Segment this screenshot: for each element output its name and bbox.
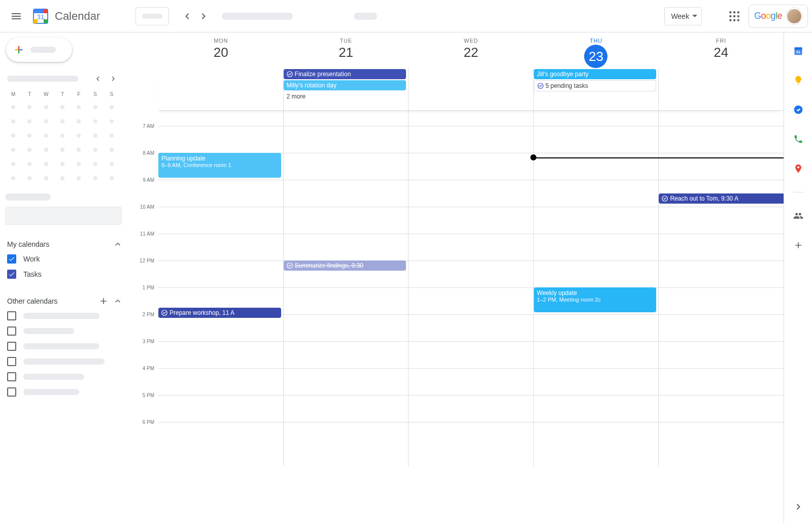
mini-calendar-day[interactable]: [54, 144, 71, 156]
mini-calendar-day[interactable]: [5, 172, 21, 184]
rail-contacts-button[interactable]: [788, 129, 808, 149]
allday-event[interactable]: Jill's goodbye party: [534, 69, 657, 79]
day-column[interactable]: Summarize findings, 9:30: [283, 111, 409, 466]
day-column[interactable]: Reach out to Tom, 9:30 A: [658, 111, 784, 466]
mini-calendar-day[interactable]: [87, 115, 103, 127]
next-month-button[interactable]: [109, 74, 118, 83]
day-column[interactable]: Weekly update1–2 PM, Meeting room 2c: [533, 111, 659, 466]
app-logo[interactable]: 31 Calendar: [30, 6, 100, 26]
main-menu-button[interactable]: [4, 4, 28, 28]
mini-calendar-day[interactable]: [71, 129, 87, 142]
mini-calendar-day[interactable]: [71, 101, 87, 113]
allday-cell[interactable]: Jill's goodbye party5 pending tasks: [533, 68, 659, 110]
mini-calendar-day[interactable]: [104, 115, 120, 127]
rail-tasks-button[interactable]: [788, 100, 808, 120]
prev-week-button[interactable]: [179, 8, 195, 24]
mini-calendar-day[interactable]: [21, 172, 38, 184]
allday-event[interactable]: Milly's rotation day: [284, 80, 407, 90]
mini-calendar-day[interactable]: [38, 101, 54, 113]
mini-calendar-day[interactable]: [87, 172, 103, 184]
allday-cell[interactable]: [158, 68, 283, 110]
event-planning-update[interactable]: Planning update8–9 AM, Conference room 1: [158, 153, 281, 178]
mini-calendar-day[interactable]: [21, 158, 38, 170]
mini-calendar-day[interactable]: [54, 101, 71, 113]
mini-calendar-day[interactable]: [54, 115, 71, 127]
mini-calendar-day[interactable]: [87, 101, 103, 113]
day-number[interactable]: 20: [158, 45, 283, 60]
day-number[interactable]: 21: [283, 45, 408, 60]
allday-event[interactable]: Finalize presentation: [284, 69, 407, 79]
rail-people-button[interactable]: [788, 206, 808, 226]
other-calendars-toggle[interactable]: Other calendars: [5, 294, 130, 308]
add-calendar-button[interactable]: [98, 296, 109, 306]
today-button[interactable]: [136, 7, 169, 25]
calendar-item[interactable]: [5, 369, 130, 384]
checkbox-work[interactable]: [7, 254, 16, 264]
more-events-button[interactable]: 2 more: [284, 91, 407, 102]
mini-calendar-day[interactable]: [5, 101, 21, 113]
mini-calendar-day[interactable]: [38, 129, 54, 142]
day-column-header[interactable]: TUE21: [283, 32, 408, 68]
mini-calendar-day[interactable]: [87, 158, 103, 170]
next-week-button[interactable]: [195, 8, 212, 24]
mini-calendar-day[interactable]: [5, 129, 21, 142]
mini-calendar-day[interactable]: [21, 144, 38, 156]
mini-calendar-day[interactable]: [87, 129, 103, 142]
day-number[interactable]: 23: [584, 45, 607, 68]
calendar-item[interactable]: [5, 308, 130, 323]
day-column-header[interactable]: THU23: [533, 32, 658, 68]
mini-calendar-day[interactable]: [71, 158, 87, 170]
create-button[interactable]: [6, 38, 72, 62]
day-number[interactable]: 24: [659, 45, 784, 60]
day-column[interactable]: [408, 111, 533, 466]
mini-calendar-day[interactable]: [21, 101, 38, 113]
allday-cell[interactable]: [408, 68, 533, 110]
checkbox[interactable]: [7, 357, 16, 366]
mini-calendar-day[interactable]: [5, 158, 21, 170]
view-switcher[interactable]: Week: [664, 7, 702, 25]
mini-calendar-day[interactable]: [104, 129, 120, 142]
checkbox[interactable]: [7, 372, 16, 381]
account-button[interactable]: Google: [749, 5, 808, 28]
checkbox[interactable]: [7, 342, 16, 351]
mini-calendar-day[interactable]: [38, 115, 54, 127]
mini-calendar-day[interactable]: [21, 129, 38, 142]
time-grid[interactable]: 7 AM8 AM9 AM10 AM11 AM12 PM1 PM2 PM3 PM4…: [130, 111, 784, 466]
mini-calendar-day[interactable]: [38, 172, 54, 184]
search-people-input[interactable]: [5, 207, 122, 225]
checkbox-tasks[interactable]: [7, 270, 16, 279]
mini-calendar-day[interactable]: [104, 172, 120, 184]
calendar-item-work[interactable]: Work: [5, 251, 130, 267]
mini-calendar-day[interactable]: [87, 144, 103, 156]
day-column-header[interactable]: MON20: [158, 32, 283, 68]
mini-calendar-day[interactable]: [38, 144, 54, 156]
rail-calendar-button[interactable]: 31: [788, 41, 808, 61]
day-number[interactable]: 22: [409, 45, 533, 60]
calendar-item[interactable]: [5, 339, 130, 354]
event-reach-out-tom[interactable]: Reach out to Tom, 9:30 A: [659, 193, 784, 204]
prev-month-button[interactable]: [93, 74, 103, 83]
mini-calendar-day[interactable]: [38, 158, 54, 170]
allday-cell[interactable]: [658, 68, 784, 110]
mini-calendar-day[interactable]: [104, 144, 120, 156]
rail-maps-button[interactable]: [788, 158, 808, 179]
pending-tasks-chip[interactable]: 5 pending tasks: [534, 80, 657, 91]
mini-calendar-day[interactable]: [71, 115, 87, 127]
event-weekly-update[interactable]: Weekly update1–2 PM, Meeting room 2c: [534, 287, 657, 312]
mini-calendar-day[interactable]: [5, 144, 21, 156]
my-calendars-toggle[interactable]: My calendars: [5, 237, 130, 251]
checkbox[interactable]: [7, 326, 16, 336]
mini-calendar-day[interactable]: [71, 172, 87, 184]
day-column-header[interactable]: WED22: [409, 32, 533, 68]
event-summarize-findings[interactable]: Summarize findings, 9:30: [284, 260, 407, 271]
checkbox[interactable]: [7, 311, 16, 320]
rail-addon-button[interactable]: [788, 235, 808, 255]
mini-calendar-day[interactable]: [71, 144, 87, 156]
event-prepare-workshop[interactable]: Prepare workshop, 11 A: [158, 308, 281, 318]
mini-calendar[interactable]: MTWTFSS: [5, 74, 130, 184]
mini-calendar-day[interactable]: [104, 101, 120, 113]
mini-calendar-day[interactable]: [5, 115, 21, 127]
mini-calendar-day[interactable]: [54, 129, 71, 142]
calendar-item[interactable]: [5, 354, 130, 369]
rail-keep-button[interactable]: [788, 70, 808, 90]
